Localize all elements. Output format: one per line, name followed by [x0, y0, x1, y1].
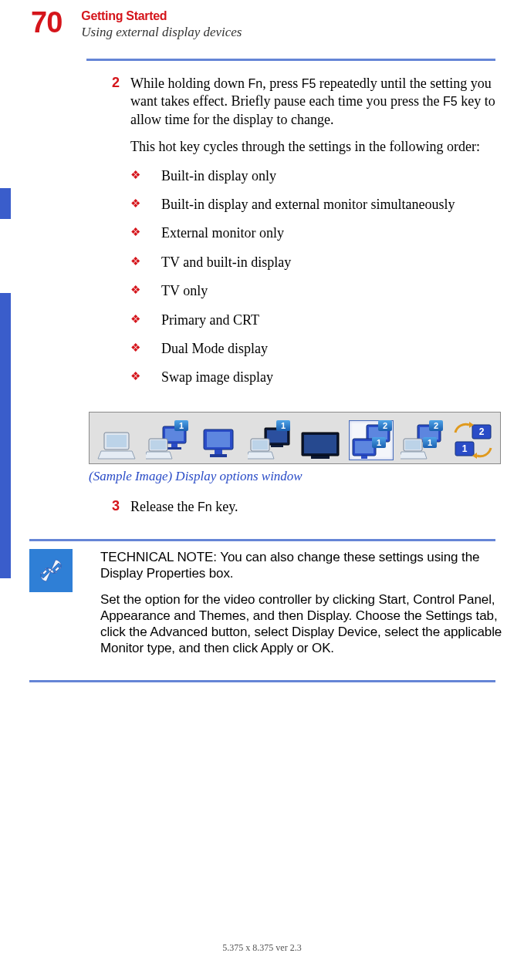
diamond-bullet-icon: ❖	[130, 282, 161, 298]
laptop-and-monitor-icon: 1	[145, 420, 190, 460]
diamond-bullet-icon: ❖	[130, 224, 161, 241]
svg-rect-19	[311, 456, 330, 459]
list-item: ❖Built-in display only	[130, 167, 501, 185]
monitor-only-icon	[196, 420, 241, 460]
dual-mode-icon-selected: 2 1	[349, 420, 394, 460]
page-number: 70	[31, 8, 62, 40]
diamond-bullet-icon: ❖	[130, 254, 161, 270]
list-item: ❖External monitor only	[130, 224, 501, 242]
diamond-bullet-icon: ❖	[130, 196, 161, 212]
svg-rect-29	[405, 440, 421, 450]
laptop-only-icon	[94, 420, 139, 460]
keycap-f5: F5	[302, 77, 316, 90]
change-bar	[0, 188, 11, 219]
svg-rect-13	[267, 430, 287, 443]
step-text: While holding down Fn, press F5 repeated…	[130, 75, 501, 129]
svg-rect-9	[207, 432, 230, 447]
change-bar	[0, 293, 11, 578]
svg-rect-24	[355, 441, 374, 453]
tv-and-laptop-icon: 1	[247, 420, 292, 460]
page-header: 70 Getting Started Using external displa…	[0, 0, 524, 40]
diamond-bullet-icon: ❖	[130, 167, 161, 184]
svg-rect-10	[215, 450, 222, 454]
list-item: ❖Built-in display and external monitor s…	[130, 196, 501, 214]
step-text: This hot key cycles through the settings…	[130, 138, 501, 156]
svg-rect-25	[361, 456, 367, 459]
keycap-f5: F5	[443, 95, 458, 108]
tech-note-line2: Set the option for the video controller …	[100, 591, 502, 657]
svg-rect-18	[304, 435, 336, 453]
list-item: ❖TV and built-in display	[130, 254, 501, 271]
step-number: 2	[112, 75, 130, 398]
tv-only-icon	[298, 420, 343, 460]
wrench-icon	[29, 549, 73, 592]
diamond-bullet-icon: ❖	[130, 340, 161, 356]
list-item: ❖Primary and CRT	[130, 312, 501, 329]
figure-caption: (Sample Image) Display options window	[89, 469, 501, 484]
swap-image-icon: 2 1	[451, 420, 495, 460]
note-rule-bottom	[29, 680, 495, 682]
header-rule	[86, 59, 495, 61]
diamond-bullet-icon: ❖	[130, 312, 161, 328]
svg-text:2: 2	[479, 426, 485, 437]
svg-rect-14	[271, 445, 283, 447]
section-title: Using external display devices	[81, 25, 242, 40]
diamond-bullet-icon: ❖	[130, 369, 161, 385]
svg-rect-11	[210, 454, 227, 457]
tech-note-line1: TECHNICAL NOTE: You can also change thes…	[100, 549, 502, 582]
svg-rect-4	[171, 443, 177, 447]
step-2: 2 While holding down Fn, press F5 repeat…	[112, 75, 501, 398]
technical-note: TECHNICAL NOTE: You can also change thes…	[29, 549, 524, 666]
list-item: ❖Swap image display	[130, 369, 501, 386]
svg-rect-16	[252, 440, 268, 450]
dual-laptop-monitor-icon: 2 1	[400, 420, 445, 460]
step-text: Release the Fn key.	[130, 498, 238, 516]
step-3: 3 Release the Fn key.	[112, 498, 501, 525]
note-rule-top	[29, 539, 495, 541]
svg-text:1: 1	[462, 443, 468, 454]
chapter-title: Getting Started	[81, 9, 242, 23]
footer-text: 5.375 x 8.375 ver 2.3	[0, 942, 524, 954]
svg-rect-7	[150, 440, 166, 450]
svg-rect-1	[106, 435, 127, 447]
svg-rect-5	[167, 447, 181, 450]
keycap-fn: Fn	[198, 500, 212, 514]
display-options-figure: 1	[89, 412, 501, 464]
keycap-fn: Fn	[248, 77, 262, 90]
step-number: 3	[112, 498, 130, 525]
list-item: ❖Dual Mode display	[130, 340, 501, 358]
list-item: ❖TV only	[130, 282, 501, 300]
